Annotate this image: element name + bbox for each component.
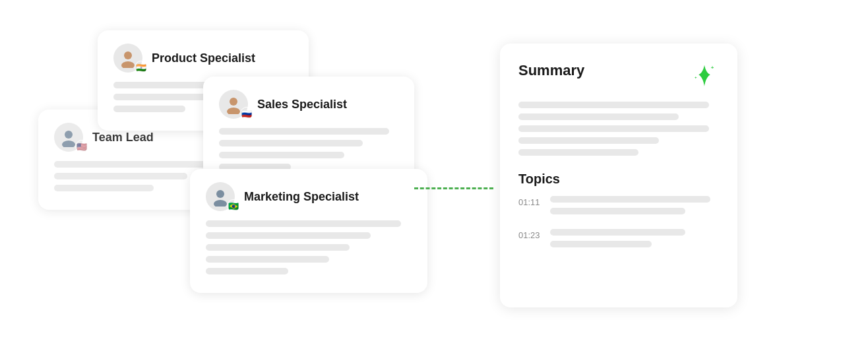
svg-point-1 bbox=[62, 141, 75, 147]
svg-point-3 bbox=[121, 61, 135, 68]
card-product-header: 🇮🇳 Product Specialist bbox=[113, 44, 293, 73]
avatar-product: 🇮🇳 bbox=[113, 44, 145, 73]
cards-area: 🇺🇸 Team Lead 🇮🇳 bbox=[38, 17, 474, 334]
avatar-marketing: 🇧🇷 bbox=[206, 182, 237, 211]
flag-marketing: 🇧🇷 bbox=[227, 199, 240, 212]
topic-time-2: 01:23 bbox=[518, 229, 542, 240]
skeleton bbox=[54, 185, 154, 191]
summary-skeleton bbox=[518, 113, 679, 120]
svg-text:+: + bbox=[711, 65, 714, 71]
summary-skeleton bbox=[518, 137, 659, 144]
card-team-lead-title: Team Lead bbox=[92, 131, 154, 144]
avatar-sales: 🇷🇺 bbox=[219, 90, 251, 119]
svg-text:+: + bbox=[695, 75, 697, 79]
skeleton bbox=[206, 220, 401, 227]
flag-team-lead: 🇺🇸 bbox=[75, 140, 88, 153]
skeleton bbox=[219, 152, 344, 158]
topic-skeleton bbox=[550, 241, 652, 247]
svg-point-6 bbox=[216, 190, 224, 198]
card-marketing-specialist[interactable]: 🇧🇷 Marketing Specialist bbox=[190, 169, 427, 293]
summary-skeleton bbox=[518, 149, 638, 156]
topic-lines-1 bbox=[550, 196, 719, 220]
svg-point-0 bbox=[65, 131, 73, 139]
scene: 🇺🇸 Team Lead 🇮🇳 bbox=[38, 17, 830, 334]
summary-header: Summary + + bbox=[518, 62, 719, 91]
skeleton bbox=[206, 268, 288, 274]
svg-point-7 bbox=[214, 200, 227, 207]
flag-sales: 🇷🇺 bbox=[240, 107, 253, 120]
card-sales-header: 🇷🇺 Sales Specialist bbox=[219, 90, 398, 119]
sparkle-icon: + + bbox=[690, 62, 719, 91]
topic-skeleton bbox=[550, 229, 685, 236]
flag-product: 🇮🇳 bbox=[135, 61, 148, 74]
topic-time-1: 01:11 bbox=[518, 196, 542, 207]
summary-title: Summary bbox=[518, 62, 584, 79]
card-sales-title: Sales Specialist bbox=[257, 98, 347, 112]
topic-skeleton bbox=[550, 208, 685, 214]
card-marketing-title: Marketing Specialist bbox=[244, 190, 359, 204]
skeleton bbox=[219, 128, 389, 135]
skeleton bbox=[219, 140, 363, 146]
card-product-title: Product Specialist bbox=[152, 51, 255, 65]
svg-point-2 bbox=[124, 51, 132, 59]
skeleton bbox=[54, 161, 212, 168]
svg-point-4 bbox=[230, 98, 237, 106]
skeleton bbox=[206, 256, 329, 263]
topic-lines-2 bbox=[550, 229, 719, 253]
skeleton bbox=[206, 232, 371, 239]
topics-section: Topics 01:11 01:23 bbox=[518, 172, 719, 253]
svg-point-5 bbox=[227, 108, 240, 114]
summary-panel: Summary + + Topics 01:11 bbox=[500, 44, 737, 307]
topic-skeleton bbox=[550, 196, 710, 203]
card-marketing-header: 🇧🇷 Marketing Specialist bbox=[206, 182, 412, 211]
connector-line bbox=[414, 187, 493, 189]
topics-title: Topics bbox=[518, 172, 719, 187]
avatar-team-lead: 🇺🇸 bbox=[54, 123, 86, 152]
topic-item-2: 01:23 bbox=[518, 229, 719, 253]
summary-skeleton bbox=[518, 125, 709, 132]
dashed-line bbox=[414, 187, 493, 189]
skeleton bbox=[206, 244, 350, 251]
skeleton bbox=[113, 106, 185, 112]
topic-item-1: 01:11 bbox=[518, 196, 719, 220]
summary-skeleton bbox=[518, 102, 709, 108]
skeleton bbox=[54, 173, 187, 179]
